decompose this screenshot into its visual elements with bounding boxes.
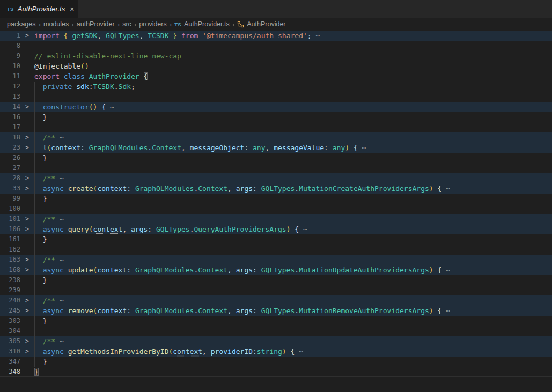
- code-text[interactable]: /** ⋯: [34, 336, 552, 346]
- code-text[interactable]: /** ⋯: [34, 173, 552, 183]
- fold-chevron-icon[interactable]: >: [20, 102, 34, 112]
- code-text[interactable]: async update(context: GraphQLModules.Con…: [34, 265, 552, 275]
- code-text[interactable]: async query(context, args: GQLTypes.Quer…: [34, 224, 552, 234]
- line-number[interactable]: 8: [0, 41, 20, 51]
- line-number[interactable]: 163: [0, 255, 20, 265]
- code-text[interactable]: [34, 326, 552, 336]
- code-text[interactable]: [34, 163, 552, 173]
- code-text[interactable]: }: [34, 357, 552, 367]
- line-number[interactable]: 305: [0, 336, 20, 346]
- line-number[interactable]: 168: [0, 265, 20, 275]
- breadcrumb-item-modules[interactable]: modules: [43, 20, 69, 28]
- line-number[interactable]: 9: [0, 51, 20, 61]
- line-number[interactable]: 161: [0, 234, 20, 245]
- line-number[interactable]: 11: [0, 71, 20, 82]
- code-text[interactable]: /** ⋯: [34, 295, 552, 306]
- fold-chevron-icon[interactable]: >: [20, 346, 34, 357]
- breadcrumb-item-src[interactable]: src: [122, 20, 131, 28]
- code-text[interactable]: }: [34, 194, 552, 204]
- breadcrumb-item-symbol[interactable]: AuthProvider: [237, 20, 285, 28]
- fold-chevron-icon[interactable]: >: [20, 132, 34, 143]
- line-number[interactable]: 100: [0, 204, 20, 214]
- fold-chevron-icon[interactable]: >: [20, 214, 34, 224]
- code-text[interactable]: /** ⋯: [34, 214, 552, 224]
- fold-chevron-icon[interactable]: >: [20, 255, 34, 265]
- line-number[interactable]: 304: [0, 326, 20, 336]
- fold-chevron-icon[interactable]: >: [20, 265, 34, 275]
- code-text[interactable]: [34, 285, 552, 295]
- code-text[interactable]: [34, 245, 552, 255]
- fold-chevron-icon[interactable]: >: [20, 143, 34, 153]
- fold-chevron-icon[interactable]: >: [20, 224, 34, 234]
- code-line: 33> async create(context: GraphQLModules…: [0, 183, 552, 194]
- code-text[interactable]: export class AuthProvider {: [34, 71, 552, 82]
- code-text[interactable]: /** ⋯: [34, 255, 552, 265]
- code-text[interactable]: [34, 122, 552, 132]
- line-number[interactable]: 106: [0, 224, 20, 234]
- line-number[interactable]: 239: [0, 285, 20, 295]
- code-text[interactable]: }: [34, 275, 552, 285]
- line-number[interactable]: 310: [0, 346, 20, 357]
- line-number[interactable]: 17: [0, 122, 20, 132]
- fold-chevron-icon[interactable]: >: [20, 31, 34, 41]
- gutter-space: [20, 275, 34, 285]
- line-number[interactable]: 10: [0, 61, 20, 71]
- fold-chevron-icon[interactable]: >: [20, 173, 34, 183]
- line-number[interactable]: 1: [0, 31, 20, 41]
- fold-chevron-icon[interactable]: >: [20, 306, 34, 316]
- fold-chevron-icon[interactable]: >: [20, 336, 34, 346]
- code-text[interactable]: }: [34, 367, 552, 377]
- code-text[interactable]: async create(context: GraphQLModules.Con…: [34, 183, 552, 194]
- tab-authprovider-ts[interactable]: TS AuthProvider.ts ×: [0, 0, 78, 18]
- breadcrumb-item-providers[interactable]: providers: [139, 20, 166, 28]
- fold-chevron-icon[interactable]: >: [20, 183, 34, 194]
- close-icon[interactable]: ×: [69, 4, 75, 14]
- code-text[interactable]: [34, 41, 552, 51]
- line-number[interactable]: 347: [0, 357, 20, 367]
- code-text[interactable]: private sdk:TCSDK.Sdk;: [34, 82, 552, 92]
- code-token: from: [181, 32, 198, 40]
- line-number[interactable]: 13: [0, 92, 20, 102]
- line-number[interactable]: 245: [0, 306, 20, 316]
- breadcrumb-item-file[interactable]: TSAuthProvider.ts: [174, 20, 230, 28]
- line-number[interactable]: 18: [0, 132, 20, 143]
- code-token: {: [97, 103, 106, 111]
- editor[interactable]: 1>import { getSDK, GQLTypes, TCSDK } fro…: [0, 31, 552, 392]
- code-text[interactable]: /** ⋯: [34, 132, 552, 143]
- code-text[interactable]: constructor() { ⋯: [34, 102, 552, 112]
- code-token: [64, 347, 68, 356]
- line-number[interactable]: 348: [0, 367, 20, 377]
- code-text[interactable]: [34, 92, 552, 102]
- code-text[interactable]: l(context: GraphQLModules.Context, messa…: [34, 143, 552, 153]
- line-number[interactable]: 162: [0, 245, 20, 255]
- code-text[interactable]: async remove(context: GraphQLModules.Con…: [34, 306, 552, 316]
- fold-chevron-icon[interactable]: >: [20, 295, 34, 306]
- code-text[interactable]: async getMethodsInProviderByID(context, …: [34, 346, 552, 357]
- breadcrumb-item-packages[interactable]: packages: [7, 20, 36, 28]
- code-text[interactable]: }: [34, 112, 552, 122]
- line-number[interactable]: 238: [0, 275, 20, 285]
- line-number[interactable]: 240: [0, 295, 20, 306]
- breadcrumb-item-authProvider[interactable]: authProvider: [77, 20, 115, 28]
- code-text[interactable]: // eslint-disable-next-line new-cap: [34, 51, 552, 61]
- code-text[interactable]: }: [34, 153, 552, 163]
- line-number[interactable]: 99: [0, 194, 20, 204]
- code-text[interactable]: }: [34, 234, 552, 245]
- line-number[interactable]: 26: [0, 153, 20, 163]
- line-number[interactable]: 14: [0, 102, 20, 112]
- line-number[interactable]: 303: [0, 316, 20, 326]
- code-text[interactable]: [34, 204, 552, 214]
- line-number[interactable]: 28: [0, 173, 20, 183]
- code-text[interactable]: import { getSDK, GQLTypes, TCSDK } from …: [34, 31, 552, 41]
- gutter-space: [20, 71, 34, 82]
- line-number[interactable]: 101: [0, 214, 20, 224]
- line-number[interactable]: 12: [0, 82, 20, 92]
- line-number[interactable]: 27: [0, 163, 20, 173]
- line-number[interactable]: 33: [0, 183, 20, 194]
- code-text[interactable]: @Injectable(): [34, 61, 552, 71]
- line-number[interactable]: 23: [0, 143, 20, 153]
- code-text[interactable]: }: [34, 316, 552, 326]
- code-token: [34, 174, 43, 182]
- code-line: 303 }: [0, 316, 552, 326]
- line-number[interactable]: 16: [0, 112, 20, 122]
